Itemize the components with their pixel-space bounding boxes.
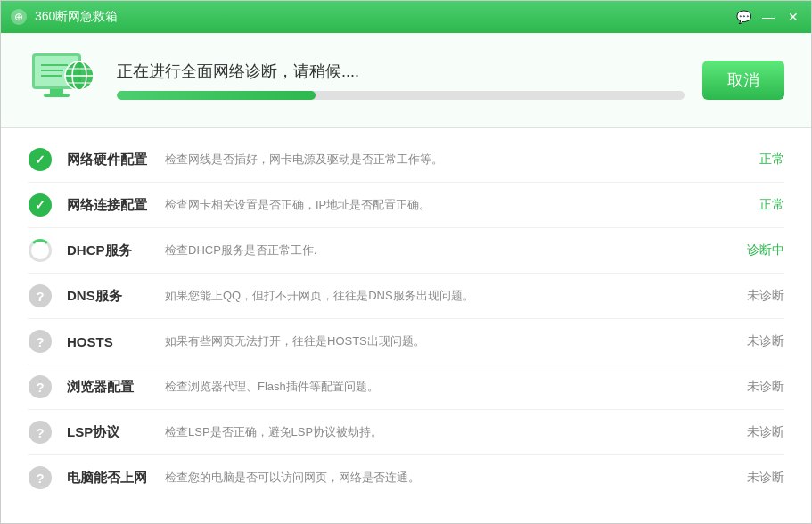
network-icon bbox=[28, 49, 99, 111]
diag-status: 未诊断 bbox=[731, 333, 784, 349]
question-icon: ? bbox=[29, 375, 52, 398]
close-button[interactable]: ✕ bbox=[784, 8, 802, 26]
diag-status: 未诊断 bbox=[731, 288, 784, 304]
progress-bar-fill bbox=[117, 91, 316, 100]
minimize-button[interactable]: — bbox=[759, 8, 777, 26]
chat-button[interactable]: 💬 bbox=[734, 8, 752, 26]
header-area: 正在进行全面网络诊断，请稍候.... 取消 bbox=[1, 33, 811, 128]
diag-row: 网络连接配置检查网卡相关设置是否正确，IP地址是否配置正确。正常 bbox=[28, 183, 784, 228]
diag-row: ?浏览器配置检查浏览器代理、Flash插件等配置问题。未诊断 bbox=[28, 364, 784, 410]
diag-status: 诊断中 bbox=[731, 242, 784, 258]
status-icon-3: ? bbox=[28, 283, 53, 308]
progress-bar-bg bbox=[117, 91, 685, 100]
status-icon-7: ? bbox=[28, 465, 53, 490]
diag-status: 正常 bbox=[731, 151, 784, 168]
diag-name: DNS服务 bbox=[67, 288, 165, 305]
status-icon-0 bbox=[28, 147, 53, 172]
diag-name: 电脑能否上网 bbox=[67, 470, 165, 487]
diag-desc: 检查浏览器代理、Flash插件等配置问题。 bbox=[165, 379, 731, 395]
status-icon-4: ? bbox=[28, 329, 53, 354]
titlebar-title: 360断网急救箱 bbox=[35, 9, 734, 25]
status-icon-6: ? bbox=[28, 420, 53, 445]
check-icon bbox=[29, 193, 52, 217]
diag-name: 浏览器配置 bbox=[67, 379, 165, 396]
diag-name: 网络连接配置 bbox=[67, 197, 165, 214]
status-icon-5: ? bbox=[28, 374, 53, 399]
svg-text:⊕: ⊕ bbox=[14, 11, 23, 23]
diag-row: DHCP服务检查DHCP服务是否正常工作.诊断中 bbox=[28, 228, 784, 274]
diag-desc: 如果有些网页无法打开，往往是HOSTS出现问题。 bbox=[165, 333, 731, 349]
diag-status: 未诊断 bbox=[731, 379, 784, 395]
diag-row: ?LSP协议检查LSP是否正确，避免LSP协议被劫持。未诊断 bbox=[28, 410, 784, 455]
diag-desc: 检查LSP是否正确，避免LSP协议被劫持。 bbox=[165, 424, 731, 440]
question-icon: ? bbox=[29, 421, 52, 444]
titlebar-controls: 💬 — ✕ bbox=[734, 8, 802, 26]
diag-desc: 检查网线是否插好，网卡电源及驱动是否正常工作等。 bbox=[165, 151, 731, 168]
diag-desc: 检查DHCP服务是否正常工作. bbox=[165, 242, 731, 258]
header-icon bbox=[28, 49, 99, 111]
question-icon: ? bbox=[29, 466, 52, 489]
diag-row: ?HOSTS如果有些网页无法打开，往往是HOSTS出现问题。未诊断 bbox=[28, 319, 784, 364]
question-icon: ? bbox=[29, 284, 52, 307]
diag-name: HOSTS bbox=[67, 334, 165, 349]
diag-desc: 检查您的电脑是否可以访问网页，网络是否连通。 bbox=[165, 470, 731, 486]
titlebar: ⊕ 360断网急救箱 💬 — ✕ bbox=[1, 1, 811, 33]
diag-desc: 如果您能上QQ，但打不开网页，往往是DNS服务出现问题。 bbox=[165, 288, 731, 304]
diag-status: 未诊断 bbox=[731, 470, 784, 486]
diag-status: 正常 bbox=[731, 197, 784, 213]
main-window: ⊕ 360断网急救箱 💬 — ✕ bbox=[0, 0, 812, 524]
cancel-button[interactable]: 取消 bbox=[702, 61, 784, 100]
diag-name: LSP协议 bbox=[67, 424, 165, 441]
diag-desc: 检查网卡相关设置是否正确，IP地址是否配置正确。 bbox=[165, 197, 731, 213]
main-content: 网络硬件配置检查网线是否插好，网卡电源及驱动是否正常工作等。正常网络连接配置检查… bbox=[1, 128, 811, 523]
status-icon-1 bbox=[28, 192, 53, 217]
app-icon: ⊕ bbox=[10, 8, 28, 26]
diag-name: DHCP服务 bbox=[67, 242, 165, 259]
spinning-icon bbox=[29, 239, 52, 262]
diag-row: ?DNS服务如果您能上QQ，但打不开网页，往往是DNS服务出现问题。未诊断 bbox=[28, 274, 784, 319]
question-icon: ? bbox=[29, 330, 52, 353]
diag-row: ?电脑能否上网检查您的电脑是否可以访问网页，网络是否连通。未诊断 bbox=[28, 455, 784, 500]
header-content: 正在进行全面网络诊断，请稍候.... bbox=[117, 61, 685, 100]
svg-rect-5 bbox=[44, 94, 70, 97]
header-title: 正在进行全面网络诊断，请稍候.... bbox=[117, 61, 685, 82]
diag-status: 未诊断 bbox=[731, 424, 784, 440]
diag-row: 网络硬件配置检查网线是否插好，网卡电源及驱动是否正常工作等。正常 bbox=[28, 137, 784, 183]
status-icon-2 bbox=[28, 238, 53, 263]
diag-name: 网络硬件配置 bbox=[67, 151, 165, 168]
check-icon bbox=[29, 148, 52, 171]
